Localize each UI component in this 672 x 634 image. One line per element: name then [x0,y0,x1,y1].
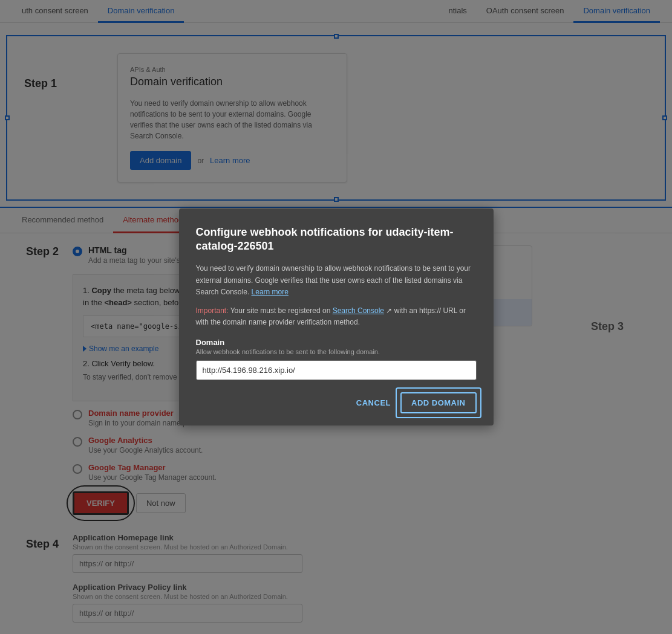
dialog-overlay: Configure webhook notifications for udac… [0,0,672,634]
webhook-dialog: Configure webhook notifications for udac… [179,209,494,426]
domain-input[interactable] [196,360,477,380]
dialog-title: Configure webhook notifications for udac… [196,225,477,254]
domain-field-label: Domain [196,338,477,347]
search-console-link[interactable]: Search Console [333,306,384,315]
dialog-add-domain-button[interactable]: ADD DOMAIN [400,392,477,413]
domain-field-sublabel: Allow webhook notifications to be sent t… [196,348,477,355]
dialog-cancel-button[interactable]: CANCEL [356,398,391,407]
step3-label: Step 3 [591,320,624,333]
dialog-important: Important: Your site must be registered … [196,305,477,328]
dialog-description: You need to verify domain ownership to a… [196,263,477,298]
dialog-actions: CANCEL ADD DOMAIN [196,392,477,413]
dialog-learn-more-link[interactable]: Learn more [252,288,289,296]
